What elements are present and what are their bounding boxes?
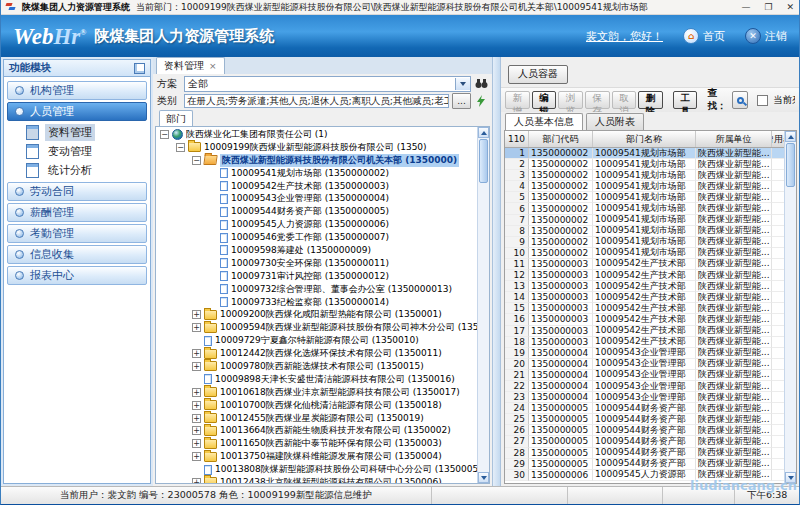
expand-icon[interactable]: + (192, 414, 201, 423)
table-row[interactable]: 24135000000510009544财务资产部陕西煤业新型能... (505, 403, 785, 414)
tree-node[interactable]: 10009598筹建处 (1350000009) (156, 244, 478, 257)
pane-splitter[interactable] (493, 57, 501, 486)
table-row[interactable]: 6135000000210009541规划市场部陕西煤业新型能... (505, 203, 785, 214)
collapse-icon[interactable]: − (160, 130, 169, 139)
pin-icon[interactable] (134, 63, 145, 74)
tree-node[interactable]: 10013808陕煤新型能源科技股份公司科研中心分公司 (1350005) (156, 463, 478, 476)
tree-node[interactable]: +10009780陕西新能选煤技术有限公司 (1350015) (156, 360, 478, 373)
expand-icon[interactable]: + (192, 426, 201, 435)
sidebar-group-report-center[interactable]: 报表中心 (7, 266, 147, 285)
col-dept-name[interactable]: 部门名称 (593, 131, 696, 147)
sidebar-group-person-management[interactable]: 人员管理 (7, 102, 147, 121)
category-more-button[interactable]: ... (452, 93, 471, 109)
expand-icon[interactable]: + (192, 478, 201, 483)
tree-node[interactable]: 10009729宁夏鑫尔特新能源有限公司 (1350010) (156, 334, 478, 347)
col-dept-code[interactable]: 部门代码 (529, 131, 593, 147)
table-row[interactable]: 16135000000310009542生产技术部陕西煤业新型能... (505, 314, 785, 325)
tree-node[interactable]: 10009541规划市场部 (1350000002) (156, 167, 478, 180)
tree-node[interactable]: +10011650陕西新能中泰节能环保有限公司 (1350003) (156, 437, 478, 450)
table-row[interactable]: 23135000000410009543企业管理部陕西煤业新型能... (505, 392, 785, 403)
toolbar-button-tools[interactable]: 工具 (673, 91, 698, 109)
tree-node[interactable]: 10009732综合管理部、董事会办公室 (1350000013) (156, 283, 478, 296)
tree-node[interactable]: +10010700陕西煤化仙桃清洁能源有限公司 (1350018) (156, 399, 478, 412)
maximize-button[interactable]: ❐ (764, 2, 772, 12)
table-row[interactable]: 26135000000510009544财务资产部陕西煤业新型能... (505, 425, 785, 436)
tree-node[interactable]: +10012442陕西煤化选煤环保技术有限公司 (1350011) (156, 347, 478, 360)
expand-icon[interactable]: + (192, 362, 201, 371)
table-row[interactable]: 14135000000310009542生产技术部陕西煤业新型能... (505, 292, 785, 303)
tree-node[interactable]: +10009594陕西煤业新型能源科技股份有限公司神木分公司 (1350008) (156, 321, 478, 334)
scheme-select[interactable]: 全部 (184, 76, 471, 92)
tree-node[interactable]: 10009545人力资源部 (1350000006) (156, 218, 478, 231)
scrollbar-thumb[interactable] (786, 143, 795, 187)
minimize-button[interactable]: — (741, 2, 750, 12)
scroll-up-icon[interactable] (478, 127, 489, 138)
scroll-up-icon[interactable] (785, 131, 796, 142)
chevron-down-icon[interactable] (455, 78, 470, 90)
tree-node[interactable]: −陕西煤业化工集团有限责任公司 (1) (156, 128, 478, 141)
category-input[interactable]: 在册人员;劳务派遣;其他人员;退休人员;离职人员;其他减员;老工伤人 (184, 94, 449, 108)
expand-icon[interactable]: + (192, 388, 201, 397)
table-row[interactable]: 10135000000210009541规划市场部陕西煤业新型能... (505, 248, 785, 259)
table-row[interactable]: 19135000000410009543企业管理部陕西煤业新型能... (505, 348, 785, 359)
table-row[interactable]: 22135000000410009543企业管理部陕西煤业新型能... (505, 381, 785, 392)
search-icon[interactable] (732, 91, 748, 109)
col-unit[interactable]: 所属单位 (696, 131, 772, 147)
table-row[interactable]: 12135000000310009542生产技术部陕西煤业新型能... (505, 270, 785, 281)
tree-node[interactable]: 10009543企业管理部 (1350000004) (156, 192, 478, 205)
table-row[interactable]: 2135000000210009541规划市场部陕西煤业新型能... (505, 159, 785, 170)
tree-node[interactable]: 10009546党委工作部 (1350000007) (156, 231, 478, 244)
tree-node[interactable]: 10009731审计风控部 (1350000012) (156, 270, 478, 283)
tree-node[interactable]: +10012438北京陕煤新型能源科技有限公司 (1350006) (156, 476, 478, 483)
tab-close-icon[interactable]: × (209, 61, 217, 71)
table-row[interactable]: 20135000000410009543企业管理部陕西煤业新型能... (505, 359, 785, 370)
expand-icon[interactable]: + (192, 401, 201, 410)
grid-scrollbar[interactable] (784, 131, 796, 483)
table-row[interactable]: 27135000000510009544财务资产部陕西煤业新型能... (505, 436, 785, 447)
toolbar-button-delete[interactable]: 删除 (638, 91, 663, 109)
expand-icon[interactable]: + (192, 310, 201, 319)
tree-node[interactable]: +10010618陕西煤业沣京新型能源科技有限公司 (1350017) (156, 386, 478, 399)
logout-link[interactable]: ✕ 注销 (745, 28, 787, 44)
tree-node[interactable]: −陕西煤业新型能源科技股份有限公司机关本部 (1350000) (156, 154, 478, 167)
sidebar-item-change-management[interactable]: 变动管理 (4, 142, 150, 161)
sidebar-group-info-collection[interactable]: 信息收集 (7, 245, 147, 264)
tree-node[interactable]: −10009199陕西煤业新型能源科技股份有限公司 (1350) (156, 141, 478, 154)
toolbar-button-edit[interactable]: 编辑 (532, 91, 557, 109)
sidebar-group-attendance-management[interactable]: 考勤管理 (7, 224, 147, 243)
sidebar-group-org-management[interactable]: 机构管理 (7, 81, 147, 100)
table-row[interactable]: 13135000000310009542生产技术部陕西煤业新型能... (505, 281, 785, 292)
tree-node[interactable]: 10009733纪检监察部 (1350000014) (156, 296, 478, 309)
tab-person-appendix[interactable]: 人员附表 (586, 113, 644, 130)
tree-node[interactable]: +10009200陕西煤化咸阳新型热能有限公司 (1350001) (156, 308, 478, 321)
tab-department[interactable]: 部门 (159, 110, 193, 126)
table-row[interactable]: 29135000000510009544财务资产部陕西煤业新型能... (505, 459, 785, 470)
find-binoculars-icon[interactable] (474, 77, 488, 90)
scroll-down-icon[interactable] (785, 472, 796, 483)
table-row[interactable]: 21135000000410009543企业管理部陕西煤业新型能... (505, 370, 785, 381)
row-count-header[interactable]: 110 (505, 131, 529, 147)
person-container-button[interactable]: 人员容器 (508, 65, 568, 84)
expand-icon[interactable]: + (192, 349, 201, 358)
scrollbar-thumb[interactable] (479, 139, 488, 183)
tree-node[interactable]: 10009730安全环保部 (1350000011) (156, 257, 478, 270)
table-row[interactable]: 9135000000210009541规划市场部陕西煤业新型能... (505, 237, 785, 248)
close-button[interactable]: ✕ (786, 2, 794, 12)
current-column-checkbox[interactable] (757, 95, 768, 106)
tree-node[interactable]: 10009544财务资产部 (1350000005) (156, 205, 478, 218)
home-link[interactable]: ⌂ 首页 (683, 28, 725, 44)
tree-node[interactable]: +10012455陕西煤业星炭能源有限公司 (1350019) (156, 412, 478, 425)
table-row[interactable]: 11135000000310009542生产技术部陕西煤业新型能... (505, 259, 785, 270)
sidebar-item-data-management[interactable]: 资料管理 (4, 123, 150, 142)
table-row[interactable]: 1135000000210009541规划市场部陕西煤业新型能... (505, 148, 785, 159)
expand-icon[interactable]: + (192, 439, 201, 448)
sidebar-group-salary-management[interactable]: 薪酬管理 (7, 203, 147, 222)
tree-node[interactable]: 10009542生产技术部 (1350000003) (156, 180, 478, 193)
sidebar-group-labor-contract[interactable]: 劳动合同 (7, 182, 147, 201)
table-row[interactable]: 18135000000310009542生产技术部陕西煤业新型能... (505, 337, 785, 348)
scroll-down-icon[interactable] (478, 472, 489, 483)
table-row[interactable]: 4135000000210009541规划市场部陕西煤业新型能... (505, 181, 785, 192)
tree-node[interactable]: 10009898天津长安盛世清洁能源科技有限公司 (1350016) (156, 373, 478, 386)
table-row[interactable]: 15135000000310009542生产技术部陕西煤业新型能... (505, 303, 785, 314)
tree-node[interactable]: +10013750福建陕煤科维能源发展有限公司 (1350004) (156, 450, 478, 463)
